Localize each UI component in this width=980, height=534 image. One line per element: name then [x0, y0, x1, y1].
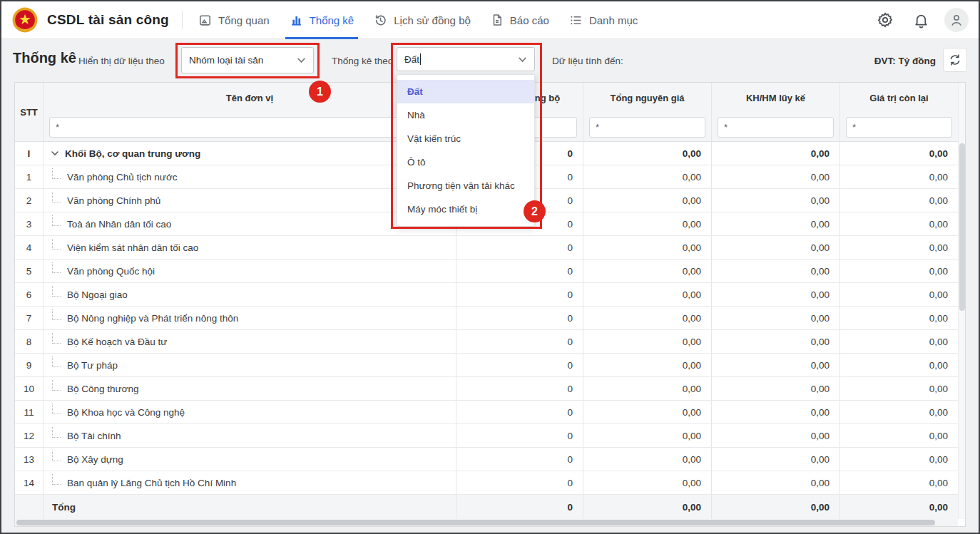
tab-lich-su-dong-bo[interactable]: Lịch sử đồng bộ	[364, 1, 481, 39]
stat-by-dropdown-panel: ĐấtNhàVật kiến trúcÔ tôPhương tiện vận t…	[397, 74, 535, 227]
active-tab-underline	[285, 37, 359, 39]
dropdown-option[interactable]: Phương tiện vận tải khác	[397, 174, 534, 197]
bar-chart-icon	[290, 14, 303, 27]
dropdown-option[interactable]: Nhà	[397, 103, 534, 127]
chevron-down-icon	[518, 55, 527, 64]
stat-by-combobox[interactable]: Đất	[397, 47, 535, 71]
overview-icon	[198, 14, 212, 27]
annotation-badge-1: 1	[309, 81, 331, 103]
text-cursor	[420, 53, 421, 65]
display-by-select[interactable]: Nhóm loại tài sản	[181, 47, 314, 73]
stat-by-input-value: Đất	[404, 54, 419, 65]
list-icon	[569, 14, 583, 27]
dropdown-option[interactable]: Đất	[397, 80, 534, 103]
dropdown-option[interactable]: Máy móc thiết bị	[397, 197, 534, 221]
vietnam-emblem-logo	[11, 6, 39, 34]
stat-by-label: Thống kê theo	[332, 56, 393, 66]
app-window: CSDL tài sản công Tổng quan Thống kê	[0, 0, 980, 534]
display-by-label: Hiển thị dữ liệu theo	[78, 56, 165, 66]
app-title: CSDL tài sản công	[47, 12, 169, 28]
display-by-value: Nhóm loại tài sản	[189, 55, 263, 66]
bell-icon	[913, 12, 929, 29]
divider	[182, 11, 183, 29]
main-nav: Tổng quan Thống kê Lịch sử đồng bộ	[188, 1, 648, 39]
top-bar: CSDL tài sản công Tổng quan Thống kê	[1, 1, 979, 39]
unit-label: ĐVT: Tỷ đồng	[874, 56, 936, 66]
gear-icon	[877, 11, 894, 29]
settings-button[interactable]	[873, 8, 897, 32]
dropdown-option[interactable]: Ô tô	[397, 150, 534, 174]
page-title: Thống kê	[13, 50, 76, 66]
refresh-icon	[949, 53, 961, 66]
notifications-button[interactable]	[909, 8, 933, 32]
tab-thong-ke[interactable]: Thống kê	[280, 1, 364, 39]
annotation-badge-2: 2	[524, 200, 546, 222]
history-icon	[374, 14, 387, 27]
report-icon	[491, 14, 504, 26]
tab-bao-cao[interactable]: Báo cáo	[481, 1, 559, 39]
tab-danh-muc[interactable]: Danh mục	[559, 1, 648, 39]
chevron-down-icon	[297, 56, 306, 65]
user-avatar[interactable]	[944, 8, 969, 32]
topbar-actions	[873, 8, 969, 32]
dropdown-option[interactable]: Vật kiến trúc	[397, 127, 534, 150]
tab-tong-quan[interactable]: Tổng quan	[188, 1, 280, 39]
refresh-button[interactable]	[943, 48, 967, 72]
data-as-of-label: Dữ liệu tính đến:	[552, 56, 623, 66]
person-icon	[949, 12, 964, 28]
